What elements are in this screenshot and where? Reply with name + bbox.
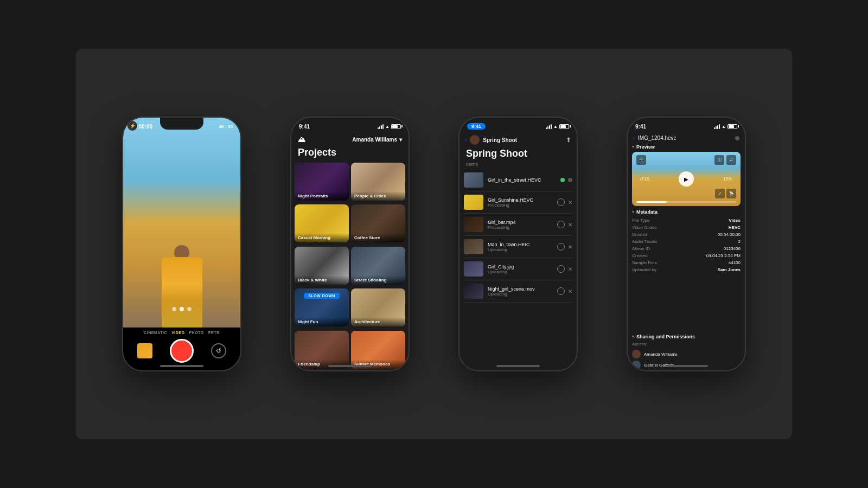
project-item-street-shooting[interactable]: Street Shooting [351, 247, 405, 285]
audio-tracks-val: 2 [738, 239, 741, 244]
camera-flip-button[interactable]: ↺ [211, 343, 226, 358]
meta-row-created: Created 04.04.23 2:54 PM [632, 252, 741, 259]
mode-video[interactable]: VIDEO [171, 331, 184, 335]
list-item-girl-bar[interactable]: Girl_bar.mp4 Processing ✕ [464, 214, 572, 236]
camera-mode-selector: CINEMATIC VIDEO PHOTO PRTR [129, 331, 235, 335]
item-actions-girl-sunshine: ✕ [557, 198, 572, 206]
signal-bar-3 [381, 125, 382, 129]
phone-screen-4: 9:41 ▲ ‹ [628, 118, 745, 370]
play-button[interactable]: ▶ [679, 171, 694, 187]
cancel-button-1[interactable]: ✕ [568, 200, 572, 206]
camera-shutter-button[interactable] [170, 339, 194, 363]
item-status-girl-city: Uploading [488, 269, 553, 274]
battery-p3 [559, 124, 569, 129]
progress-circle-1 [557, 198, 565, 206]
project-item-sunset-memories[interactable]: Sunset Memories [351, 331, 405, 369]
user-row-amanda: Amanda Williams [632, 349, 741, 359]
project-label-night-portraits: Night Portraits [295, 191, 349, 201]
phone-1-camera: ⚡ 00:00:00 4K · 30 5 1 [122, 117, 241, 371]
avatar-amanda [632, 350, 641, 358]
battery-p2 [391, 124, 401, 129]
project-item-people-cities[interactable]: People & Cities [351, 163, 405, 201]
video-top-controls: 📷 ⓘ 🔊 [632, 152, 741, 168]
camera-resolution: 4K · 30 [219, 124, 233, 129]
signal-bars-p4 [714, 124, 720, 129]
fullscreen-icon[interactable]: ⤢ [715, 189, 725, 198]
video-volume-icon[interactable]: 🔊 [726, 155, 736, 165]
video-codec-val: HEVC [729, 225, 741, 230]
projects-title: Projects [291, 147, 409, 163]
item-name-girl-bar: Girl_bar.mp4 [488, 220, 553, 225]
file-name-label: IMG_1204.hevc [638, 135, 732, 141]
progress-circle-4 [557, 265, 565, 273]
battery-fill-p2 [392, 125, 398, 128]
mode-cinematic[interactable]: CINEMATIC [144, 331, 167, 335]
project-item-black-white[interactable]: Black & White [295, 247, 349, 285]
video-preview-player[interactable]: 📷 ⓘ 🔊 ↺15 ▶ 15↻ [632, 152, 741, 206]
list-item-girl-city[interactable]: Girl_City.jpg Uploading ✕ [464, 258, 572, 280]
status-icons-p2: ▲ [378, 124, 401, 129]
list-item-girl-street[interactable]: Girl_in_the_street.HEVC [464, 169, 572, 191]
item-name-girl-street: Girl_in_the_street.HEVC [488, 177, 556, 183]
username-amanda: Amanda Williams [644, 352, 678, 357]
camera-focus-dots: 5 1 2 [172, 307, 192, 311]
project-item-coffee-store[interactable]: Coffee Store [351, 204, 405, 242]
camera-last-photo[interactable] [137, 343, 152, 358]
back-button-p3[interactable]: ‹ [465, 137, 467, 143]
list-item-man-town[interactable]: Man_in_town.HEIC Uploading ✕ [464, 236, 572, 258]
cancel-button-5[interactable]: ✕ [568, 288, 572, 294]
progress-circle-5 [557, 287, 565, 295]
meta-row-file-type: File Type Video [632, 217, 741, 224]
progress-circle-2 [557, 221, 565, 228]
uploaded-by-key: Uploaded by [632, 267, 656, 272]
sample-rate-key: Sample Rate [632, 260, 657, 265]
cloud-upload-icon[interactable]: ⬆ [566, 136, 571, 144]
cancel-button-3[interactable]: ✕ [568, 244, 572, 250]
video-info-icon[interactable]: ⓘ [714, 155, 724, 165]
file-menu-dot[interactable] [735, 136, 739, 140]
preview-section: ▾ Preview 📷 ⓘ 🔊 ↺15 [628, 143, 745, 208]
list-item-girl-sunshine[interactable]: Girl_Sunshine.HEVC Processing ✕ [464, 191, 572, 214]
video-camera-icon[interactable]: 📷 [636, 155, 646, 165]
item-info-girl-street: Girl_in_the_street.HEVC [488, 177, 556, 183]
item-name-girl-city: Girl_City.jpg [488, 264, 553, 269]
camera-viewfinder: ⚡ 00:00:00 4K · 30 5 1 [123, 118, 240, 328]
camera-subject [123, 149, 240, 328]
item-info-night-girl-scene: Night_girl_scene.mov Uploading [488, 286, 553, 297]
cancel-button-4[interactable]: ✕ [568, 266, 572, 272]
project-item-architecture[interactable]: Architecture [351, 288, 405, 326]
spring-shoot-header: ‹ Spring Shoot ⬆ [459, 133, 577, 147]
username-label: Amanda Williams [352, 137, 397, 143]
item-menu-dot[interactable] [568, 178, 572, 182]
item-status-girl-sunshine: Processing [488, 203, 553, 208]
item-info-girl-sunshine: Girl_Sunshine.HEVC Processing [488, 197, 553, 208]
project-item-casual-morning[interactable]: Casual Morning [295, 204, 349, 242]
item-actions-girl-city: ✕ [557, 265, 572, 273]
alteon-id-val: 0123456 [724, 246, 741, 251]
flash-icon[interactable]: ⚡ [127, 121, 137, 131]
metadata-details-section: ▾ Metadata File Type Video Video Codec H… [628, 208, 745, 333]
chevron-sharing-icon: ▾ [632, 335, 634, 339]
item-info-man-town: Man_in_town.HEIC Uploading [488, 242, 553, 252]
video-skip-controls: ↺15 ▶ 15↻ [632, 176, 741, 182]
project-item-friendship[interactable]: Friendship [295, 331, 349, 369]
item-info-girl-bar: Girl_bar.mp4 Processing [488, 220, 553, 230]
mode-portrait[interactable]: PRTR [208, 331, 220, 335]
back-button-p4[interactable]: ‹ [633, 136, 635, 141]
project-item-night-fun[interactable]: SLOW DOWN Night Fun [295, 288, 349, 326]
figure-body [162, 257, 202, 328]
forward-15-icon[interactable]: 15↻ [723, 176, 733, 182]
project-item-night-portraits[interactable]: Night Portraits [295, 163, 349, 201]
wifi-icon-p2: ▲ [385, 124, 390, 129]
cancel-button-2[interactable]: ✕ [568, 222, 572, 228]
camera-bottom-ui: CINEMATIC VIDEO PHOTO PRTR ↺ [123, 328, 240, 370]
airplay-icon[interactable]: 📡 [726, 189, 736, 198]
video-progress-bar[interactable] [636, 201, 736, 203]
user-dropdown[interactable]: Amanda Williams ▾ [352, 137, 402, 143]
projects-grid: Night Portraits People & Cities Casual M… [291, 163, 409, 370]
mode-photo[interactable]: PHOTO [189, 331, 203, 335]
signal-bar-4 [382, 124, 384, 129]
project-label-night-fun: Night Fun [295, 317, 349, 326]
list-item-night-girl-scene[interactable]: Night_girl_scene.mov Uploading ✕ [464, 280, 572, 303]
chevron-down-icon: ▾ [399, 137, 402, 143]
